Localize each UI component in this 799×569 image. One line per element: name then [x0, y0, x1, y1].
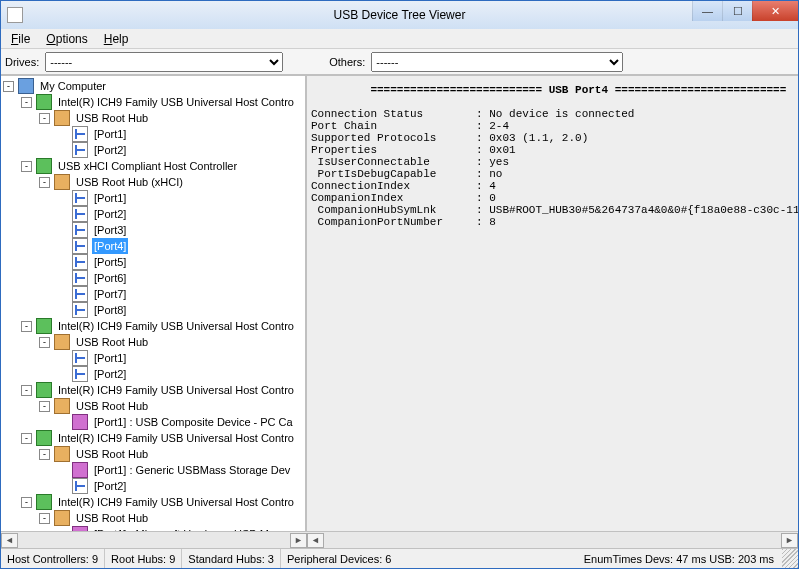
toolbar: Drives: ------ Others: ------ [1, 49, 798, 75]
collapse-icon[interactable]: - [21, 97, 32, 108]
tree-port-selected[interactable]: [Port4] [92, 238, 128, 254]
tree-port[interactable]: [Port1] : USB Composite Device - PC Ca [92, 414, 295, 430]
collapse-icon[interactable]: - [39, 177, 50, 188]
hub-icon [54, 398, 70, 414]
tree-hub[interactable]: USB Root Hub [74, 510, 150, 526]
minimize-button[interactable]: — [692, 1, 722, 21]
port-icon [72, 302, 88, 318]
status-root-hubs: Root Hubs: 9 [105, 549, 182, 568]
device-icon [72, 462, 88, 478]
detail-hscrollbar[interactable]: ◄ ► [307, 531, 798, 548]
port-icon [72, 238, 88, 254]
controller-icon [36, 382, 52, 398]
others-label: Others: [329, 56, 365, 68]
window-title: USB Device Tree Viewer [1, 8, 798, 22]
titlebar[interactable]: USB Device Tree Viewer — ☐ ✕ [1, 1, 798, 29]
drives-label: Drives: [5, 56, 39, 68]
tree-hscrollbar[interactable]: ◄ ► [1, 531, 307, 548]
window-controls: — ☐ ✕ [692, 1, 798, 21]
tree-port[interactable]: [Port1] : Generic USBMass Storage Dev [92, 462, 292, 478]
detail-pane[interactable]: ========================== USB Port4 ===… [307, 76, 798, 531]
collapse-icon[interactable]: - [21, 497, 32, 508]
tree-port[interactable]: [Port1] [92, 190, 128, 206]
tree-port[interactable]: [Port2] [92, 206, 128, 222]
tree-controller[interactable]: Intel(R) ICH9 Family USB Universal Host … [56, 318, 296, 334]
port-icon [72, 366, 88, 382]
tree-port[interactable]: [Port2] [92, 142, 128, 158]
computer-icon [18, 78, 34, 94]
tree-port[interactable]: [Port3] [92, 222, 128, 238]
tree-controller[interactable]: USB xHCI Compliant Host Controller [56, 158, 239, 174]
others-select[interactable]: ------ [371, 52, 623, 72]
hub-icon [54, 110, 70, 126]
tree-port[interactable]: [Port5] [92, 254, 128, 270]
collapse-icon[interactable]: - [39, 113, 50, 124]
collapse-icon[interactable]: - [3, 81, 14, 92]
port-icon [72, 206, 88, 222]
tree-port[interactable]: [Port8] [92, 302, 128, 318]
scroll-right-icon[interactable]: ► [290, 533, 307, 548]
collapse-icon[interactable]: - [39, 449, 50, 460]
tree-hub[interactable]: USB Root Hub [74, 334, 150, 350]
port-icon [72, 126, 88, 142]
port-icon [72, 270, 88, 286]
scroll-left-icon[interactable]: ◄ [307, 533, 324, 548]
controller-icon [36, 318, 52, 334]
tree-hub[interactable]: USB Root Hub [74, 398, 150, 414]
port-icon [72, 142, 88, 158]
hub-icon [54, 446, 70, 462]
port-icon [72, 286, 88, 302]
collapse-icon[interactable]: - [39, 337, 50, 348]
controller-icon [36, 430, 52, 446]
tree-port[interactable]: [Port2] [92, 478, 128, 494]
content-area: -My Computer -Intel(R) ICH9 Family USB U… [1, 75, 798, 531]
collapse-icon[interactable]: - [21, 321, 32, 332]
scroll-left-icon[interactable]: ◄ [1, 533, 18, 548]
hub-icon [54, 334, 70, 350]
tree-port[interactable]: [Port7] [92, 286, 128, 302]
collapse-icon[interactable]: - [39, 513, 50, 524]
tree-hub[interactable]: USB Root Hub (xHCI) [74, 174, 185, 190]
device-icon [72, 526, 88, 531]
controller-icon [36, 494, 52, 510]
tree-controller[interactable]: Intel(R) ICH9 Family USB Universal Host … [56, 494, 296, 510]
drives-select[interactable]: ------ [45, 52, 283, 72]
close-button[interactable]: ✕ [752, 1, 798, 21]
tree-controller[interactable]: Intel(R) ICH9 Family USB Universal Host … [56, 430, 296, 446]
resize-grip-icon[interactable] [782, 549, 798, 568]
app-window: USB Device Tree Viewer — ☐ ✕ File Option… [0, 0, 799, 569]
status-standard-hubs: Standard Hubs: 3 [182, 549, 281, 568]
port-icon [72, 478, 88, 494]
tree-hub[interactable]: USB Root Hub [74, 110, 150, 126]
status-peripheral-devices: Peripheral Devices: 6 [281, 549, 398, 568]
collapse-icon[interactable]: - [39, 401, 50, 412]
collapse-icon[interactable]: - [21, 385, 32, 396]
menubar: File Options Help [1, 29, 798, 49]
port-icon [72, 350, 88, 366]
tree-port[interactable]: [Port1] [92, 126, 128, 142]
tree-hub[interactable]: USB Root Hub [74, 446, 150, 462]
status-enum-times: EnumTimes Devs: 47 ms USB: 203 ms [584, 553, 782, 565]
detail-lines: Connection Status : No device is connect… [311, 108, 798, 228]
menu-file[interactable]: File [3, 30, 38, 48]
port-icon [72, 190, 88, 206]
tree-controller[interactable]: Intel(R) ICH9 Family USB Universal Host … [56, 94, 296, 110]
controller-icon [36, 158, 52, 174]
tree-port[interactable]: [Port6] [92, 270, 128, 286]
collapse-icon[interactable]: - [21, 433, 32, 444]
tree-pane[interactable]: -My Computer -Intel(R) ICH9 Family USB U… [1, 76, 307, 531]
hub-icon [54, 174, 70, 190]
port-icon [72, 222, 88, 238]
menu-help[interactable]: Help [96, 30, 137, 48]
tree-port[interactable]: [Port2] [92, 366, 128, 382]
statusbar: Host Controllers: 9 Root Hubs: 9 Standar… [1, 548, 798, 568]
maximize-button[interactable]: ☐ [722, 1, 752, 21]
collapse-icon[interactable]: - [21, 161, 32, 172]
hub-icon [54, 510, 70, 526]
tree-controller[interactable]: Intel(R) ICH9 Family USB Universal Host … [56, 382, 296, 398]
menu-options[interactable]: Options [38, 30, 95, 48]
tree-port[interactable]: [Port1] : Microsoft Hardware USB Mous [92, 526, 289, 531]
scroll-right-icon[interactable]: ► [781, 533, 798, 548]
tree-port[interactable]: [Port1] [92, 350, 128, 366]
tree-root[interactable]: My Computer [38, 78, 108, 94]
